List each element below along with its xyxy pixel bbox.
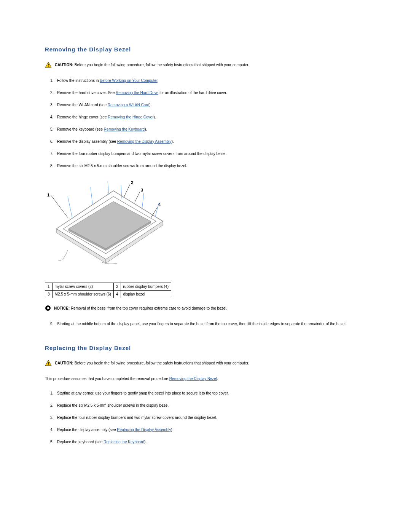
caution-text: CAUTION: Before you begin the following …: [55, 62, 249, 67]
link-replacing-display-assembly[interactable]: Replacing the Display Assembly: [117, 428, 171, 432]
svg-line-14: [142, 193, 144, 210]
step-item: 4.Remove the hinge cover (see Removing t…: [50, 115, 366, 120]
step-item: 6.Remove the display assembly (see Remov…: [50, 139, 366, 144]
step-item: 2.Replace the six M2.5 x 5-mm shoulder s…: [50, 403, 366, 408]
svg-line-17: [124, 184, 130, 198]
step-item: 1.Follow the instructions in Before Work…: [50, 78, 366, 83]
caution-text: CAUTION: Before you begin the following …: [55, 360, 249, 366]
step-item: 4.Replace the display assembly (see Repl…: [50, 427, 366, 433]
display-bezel-diagram: 1 2 3 4: [45, 176, 366, 276]
step-item: 1.Starting at any corner, use your finge…: [50, 391, 366, 396]
link-before-working[interactable]: Before Working on Your Computer: [100, 78, 158, 83]
link-removing-display-assembly[interactable]: Removing the Display Assembly: [117, 139, 172, 144]
intro-text: This procedure assumes that you have com…: [45, 376, 366, 382]
step-item: 9.Starting at the middle bottom of the d…: [50, 321, 366, 327]
link-removing-wlan[interactable]: Removing a WLAN Card: [108, 103, 149, 107]
step-item: 5.Replace the keyboard (see Replacing th…: [50, 439, 366, 445]
section-heading-removing: Removing the Display Bezel: [45, 46, 366, 53]
step-item: 3.Remove the WLAN card (see Removing a W…: [50, 102, 366, 108]
svg-rect-24: [48, 364, 49, 365]
step-item: 3.Replace the four rubber display bumper…: [50, 415, 366, 420]
table-row: 1 mylar screw covers (2) 2 rubber displa…: [45, 283, 171, 290]
svg-line-11: [91, 187, 92, 204]
notice-text: NOTICE: Removal of the bezel from the to…: [54, 305, 227, 311]
callout-2: 2: [131, 180, 133, 185]
link-removing-hinge[interactable]: Removing the Hinge Cover: [108, 115, 153, 119]
svg-line-12: [108, 181, 109, 195]
notice-block: NOTICE: Removal of the bezel from the to…: [45, 305, 366, 312]
step-item: 8.Remove the six M2.5 x 5-mm shoulder sc…: [50, 163, 366, 169]
section-heading-replacing: Replacing the Display Bezel: [45, 344, 366, 352]
step-item: 2.Remove the hard drive cover. See Remov…: [50, 90, 366, 96]
replacing-steps-list: 1.Starting at any corner, use your finge…: [50, 391, 366, 445]
link-replacing-keyboard[interactable]: Replacing the Keyboard: [104, 440, 144, 444]
link-removing-keyboard[interactable]: Removing the Keyboard: [104, 127, 145, 131]
svg-line-10: [68, 197, 72, 218]
caution-block: CAUTION: Before you begin the following …: [45, 62, 366, 69]
caution-icon: [45, 62, 52, 69]
removing-steps-list: 1.Follow the instructions in Before Work…: [50, 78, 366, 169]
step-item: 7.Remove the four rubber display-bumpers…: [50, 151, 366, 157]
caution-block: CAUTION: Before you begin the following …: [45, 360, 366, 367]
callout-1: 1: [47, 193, 49, 197]
svg-line-18: [135, 192, 140, 202]
removing-steps-list-cont: 9.Starting at the middle bottom of the d…: [50, 321, 366, 327]
table-row: 3 M2.5 x 5-mm shoulder screws (6) 4 disp…: [45, 290, 171, 298]
link-removing-hard-drive[interactable]: Removing the Hard Drive: [116, 91, 158, 95]
notice-icon: [45, 305, 51, 312]
callout-4: 4: [158, 202, 161, 207]
svg-rect-23: [48, 362, 49, 364]
link-removing-display-bezel[interactable]: Removing the Display Bezel: [169, 377, 217, 381]
diagram-legend-table: 1 mylar screw covers (2) 2 rubber displa…: [45, 283, 171, 298]
svg-line-16: [51, 195, 68, 217]
svg-line-13: [121, 185, 122, 198]
caution-icon: [45, 360, 52, 367]
svg-rect-1: [48, 64, 49, 66]
svg-rect-2: [48, 66, 49, 67]
step-item: 5.Remove the keyboard (see Removing the …: [50, 127, 366, 132]
callout-3: 3: [141, 188, 143, 192]
